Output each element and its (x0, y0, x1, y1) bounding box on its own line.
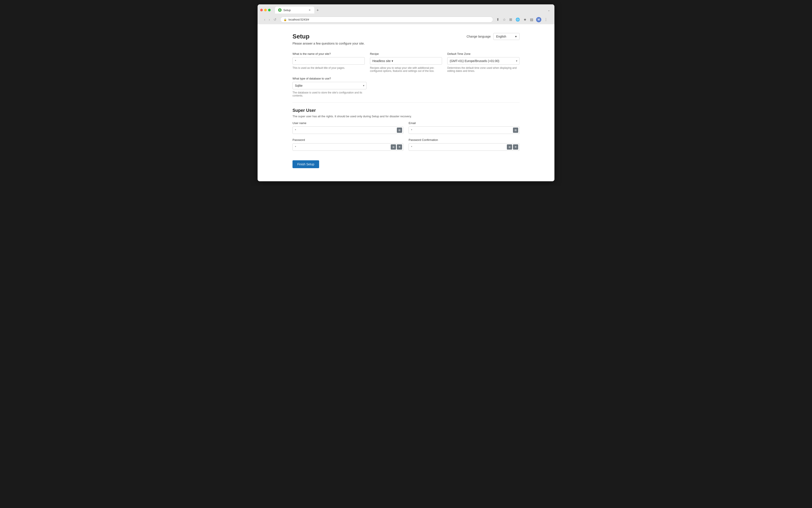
browser-controls: S Setup ✕ + ⌄ (260, 7, 552, 13)
username-suggest-button[interactable]: ⊞ (397, 128, 402, 133)
timezone-group: Default Time Zone (GMT+01) Europe/Brusse… (447, 52, 520, 73)
chevron-down-icon: ▾ (515, 35, 517, 38)
reload-button[interactable]: ↺ (272, 17, 278, 22)
recipe-dropdown[interactable]: Headless site ▾ (370, 57, 442, 65)
timezone-select[interactable]: (GMT+01) Europe/Brussels (+01:00) (447, 57, 520, 65)
finish-setup-button[interactable]: Finish Setup (292, 160, 319, 168)
new-tab-button[interactable]: + (314, 7, 321, 13)
nav-buttons: ‹ › ↺ (263, 17, 278, 22)
email-label: Email (409, 121, 520, 125)
password-input[interactable] (292, 143, 403, 151)
password-confirm-label: Password Confirmation (409, 138, 520, 141)
window-controls-right: ⌄ (546, 8, 552, 13)
browser-window: S Setup ✕ + ⌄ ‹ › ↺ 🔒 localhost:5243/# ⬆ (258, 4, 554, 181)
language-dropdown[interactable]: English ▾ (493, 33, 520, 40)
sidebar-icon[interactable]: ▤ (529, 17, 534, 22)
timezone-select-wrapper: (GMT+01) Europe/Brussels (+01:00) ▾ (447, 57, 520, 65)
extensions-icon[interactable]: ⊞ (508, 17, 513, 22)
address-bar[interactable]: 🔒 localhost:5243/# (280, 16, 493, 23)
tab-title: Setup (283, 8, 291, 12)
timezone-label: Default Time Zone (447, 52, 520, 55)
site-name-input[interactable] (292, 57, 365, 65)
username-input[interactable] (292, 126, 403, 134)
language-value: English (496, 35, 506, 38)
browser-toolbar-right: ⬆ ☆ ⊞ 🌐 ★ ▤ M ⋮ (495, 17, 549, 22)
database-hint: The database is used to store the site's… (292, 91, 366, 97)
username-group: User name ⊞ (292, 121, 403, 134)
back-button[interactable]: ‹ (263, 17, 267, 22)
address-bar-row: ‹ › ↺ 🔒 localhost:5243/# ⬆ ☆ ⊞ 🌐 ★ ▤ M ⋮ (260, 15, 552, 24)
password-row: Password ⊞ 👁 Password Confirmation ⊞ 👁 (292, 138, 520, 151)
email-group: Email ⊞ (409, 121, 520, 134)
page-subtitle: Please answer a few questions to configu… (292, 42, 365, 45)
password-confirm-toggle-button[interactable]: 👁 (513, 144, 518, 150)
site-name-hint: This is used as the default title of you… (292, 67, 365, 70)
tab-close-button[interactable]: ✕ (308, 8, 311, 12)
password-input-wrapper: ⊞ 👁 (292, 143, 403, 151)
database-select[interactable]: Sqlite (292, 82, 366, 89)
recipe-label: Recipe (370, 52, 442, 55)
minimize-button[interactable] (264, 9, 267, 11)
password-confirm-input-wrapper: ⊞ 👁 (409, 143, 520, 151)
forward-button[interactable]: › (267, 17, 271, 22)
site-name-group: What is the name of your site? This is u… (292, 52, 365, 73)
globe-icon[interactable]: 🌐 (515, 17, 521, 22)
recipe-dropdown-inner: Headless site ▾ (372, 59, 393, 63)
email-input[interactable] (409, 126, 520, 134)
star-icon[interactable]: ★ (523, 17, 527, 22)
change-language-label: Change language (466, 35, 491, 38)
recipe-chevron-icon: ▾ (392, 59, 393, 63)
password-confirm-group: Password Confirmation ⊞ 👁 (409, 138, 520, 151)
profile-avatar[interactable]: M (536, 17, 541, 22)
form-row-top: What is the name of your site? This is u… (292, 52, 520, 73)
maximize-button[interactable] (268, 9, 271, 11)
tab-bar: S Setup ✕ + (275, 7, 321, 13)
timezone-hint: Determines the default time zone used wh… (447, 67, 520, 73)
site-name-label: What is the name of your site? (292, 52, 365, 55)
email-input-wrapper: ⊞ (409, 126, 520, 134)
close-button[interactable] (260, 9, 263, 11)
superuser-section: Super User The super user has all the ri… (292, 108, 520, 151)
superuser-heading: Super User (292, 108, 520, 113)
browser-content: Setup Please answer a few questions to c… (258, 24, 554, 181)
database-row: What type of database to use? Sqlite ▾ T… (292, 77, 520, 97)
password-label: Password (292, 138, 403, 141)
username-input-wrapper: ⊞ (292, 126, 403, 134)
password-suggest-button[interactable]: ⊞ (391, 144, 396, 150)
page-header: Setup Please answer a few questions to c… (292, 33, 520, 45)
recipe-hint: Recipes allow you to setup your site wit… (370, 67, 442, 73)
active-tab[interactable]: S Setup ✕ (275, 7, 314, 13)
email-suggest-button[interactable]: ⊞ (513, 128, 518, 133)
database-label: What type of database to use? (292, 77, 366, 80)
database-group: What type of database to use? Sqlite ▾ T… (292, 77, 366, 97)
language-selector: Change language English ▾ (466, 33, 520, 40)
page-title-section: Setup Please answer a few questions to c… (292, 33, 365, 45)
url-display: localhost:5243/# (288, 18, 309, 21)
password-group: Password ⊞ 👁 (292, 138, 403, 151)
user-credentials-row: User name ⊞ Email ⊞ (292, 121, 520, 134)
bookmark-icon[interactable]: ☆ (502, 17, 506, 22)
page-title: Setup (292, 33, 365, 40)
tab-favicon: S (278, 8, 281, 12)
superuser-desc: The super user has all the rights. It sh… (292, 115, 520, 118)
browser-titlebar: S Setup ✕ + ⌄ ‹ › ↺ 🔒 localhost:5243/# ⬆ (258, 4, 554, 24)
share-icon[interactable]: ⬆ (496, 17, 500, 22)
username-label: User name (292, 121, 403, 125)
traffic-lights (260, 9, 271, 11)
password-confirm-suggest-button[interactable]: ⊞ (507, 144, 512, 150)
password-toggle-button[interactable]: 👁 (397, 144, 402, 150)
menu-icon[interactable]: ⋮ (543, 17, 548, 22)
lock-icon: 🔒 (283, 18, 287, 21)
recipe-value: Headless site (372, 59, 391, 63)
recipe-group: Recipe Headless site ▾ Recipes allow you… (370, 52, 442, 73)
database-select-wrapper: Sqlite ▾ (292, 82, 366, 89)
section-divider (292, 102, 520, 103)
password-confirm-input[interactable] (409, 143, 520, 151)
